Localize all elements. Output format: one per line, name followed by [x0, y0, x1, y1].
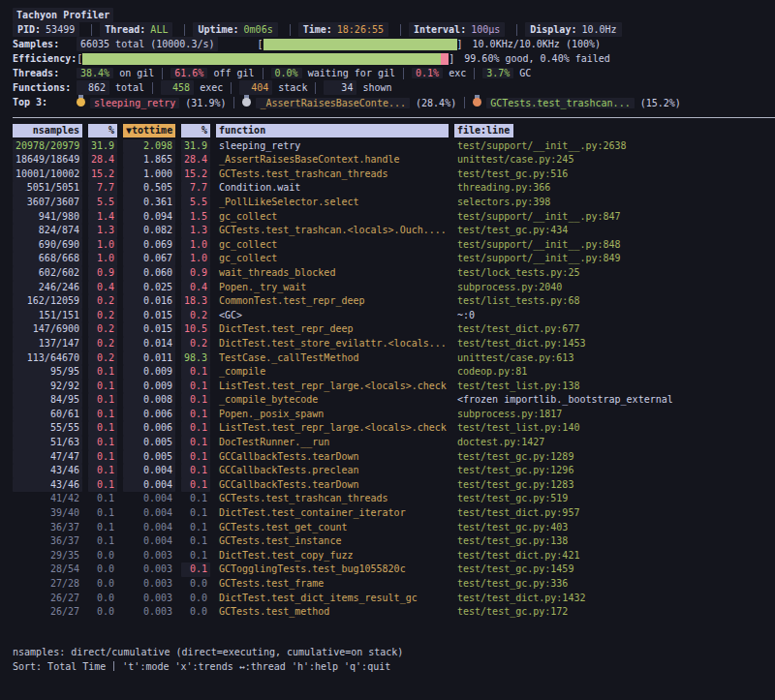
- fileline-cell: test/test_list.py:138: [454, 380, 775, 394]
- tottime-cell: 0.003: [123, 563, 175, 577]
- nsamples-cell: 51/63: [13, 436, 82, 450]
- column-header-tottime-sorted[interactable]: ▼tottime: [123, 124, 175, 137]
- nsamples-cell: 246/246: [13, 281, 82, 295]
- cumulative-pct-cell: 0.0: [181, 577, 210, 592]
- table-row: 113/64670 0.2 0.011 98.3 TestCase._callT…: [13, 351, 775, 366]
- direct-pct-cell: 0.4: [88, 281, 117, 295]
- fileline-cell: test/support/__init__.py:2638: [454, 139, 775, 154]
- table-row: 84/95 0.1 0.008 0.1 _compile_bytecode <f…: [13, 393, 775, 408]
- table-row: 151/151 0.2 0.015 0.2 <GC> ~:0: [13, 309, 775, 323]
- cumulative-pct-cell: 18.3: [181, 294, 210, 309]
- table-row: 36/37 0.1 0.004 0.1 GCTests.test_instanc…: [13, 534, 775, 549]
- direct-pct-cell: 7.7: [88, 181, 117, 196]
- tottime-cell: 0.004: [123, 478, 175, 493]
- nsamples-cell: 162/12059: [13, 294, 82, 309]
- tottime-cell: 0.015: [123, 322, 175, 337]
- direct-pct-cell: 0.2: [88, 294, 117, 309]
- fileline-cell: unittest/case.py:613: [454, 351, 775, 366]
- fileline-cell: test/test_gc.py:519: [454, 492, 775, 506]
- keyboard-shortcut[interactable]: 'h':help: [292, 659, 338, 674]
- direct-pct-cell: 0.1: [88, 534, 117, 549]
- fileline-cell: ~:0: [454, 309, 775, 323]
- fileline-cell: test/support/__init__.py:849: [454, 252, 775, 266]
- direct-pct-cell: 1.0: [88, 252, 117, 266]
- nsamples-cell: 137/147: [13, 337, 82, 351]
- table-row: 246/246 0.4 0.025 0.4 Popen._try_wait su…: [13, 281, 775, 295]
- nsamples-cell: 43/46: [13, 464, 82, 478]
- function-cell: GCTests.test_get_count: [216, 521, 449, 535]
- function-cell: Popen._try_wait: [216, 281, 449, 295]
- column-header-fileline[interactable]: file:line: [454, 124, 513, 137]
- nsamples-cell: 60/61: [13, 408, 82, 422]
- nsamples-cell: 47/47: [13, 450, 82, 465]
- cumulative-pct-cell: 1.0: [181, 252, 210, 266]
- direct-pct-cell: 0.0: [88, 592, 117, 606]
- table-row: 41/42 0.1 0.004 0.1 GCTests.test_trashca…: [13, 492, 775, 506]
- function-cell: CommonTest.test_repr_deep: [216, 294, 449, 309]
- function-cell: ListTest.test_repr_large.<locals>.check: [216, 380, 449, 394]
- direct-pct-cell: 0.1: [88, 380, 117, 394]
- nsamples-cell: 92/92: [13, 380, 82, 394]
- function-cell: GCCallbackTests.tearDown: [216, 478, 449, 493]
- function-cell: GCTogglingTests.test_bug1055820c: [216, 563, 449, 577]
- nsamples-cell: 26/27: [13, 592, 82, 606]
- efficiency-good-fill: [82, 53, 441, 65]
- fileline-cell: test/test_dict.py:1453: [454, 337, 775, 351]
- function-cell: wait_threads_blocked: [216, 266, 449, 281]
- cumulative-pct-cell: 0.1: [181, 506, 210, 521]
- table-row: 51/63 0.1 0.005 0.1 DocTestRunner.__run …: [13, 436, 775, 450]
- column-header-direct-pct[interactable]: %: [88, 124, 117, 137]
- keyboard-shortcut[interactable]: 'q':quit: [344, 659, 390, 674]
- cumulative-pct-cell: 0.1: [181, 421, 210, 436]
- function-stat: 862 total: [77, 80, 144, 95]
- column-header-cumulative-pct[interactable]: %: [181, 124, 210, 137]
- fileline-cell: test/test_gc.py:1283: [454, 478, 775, 493]
- footer-keybar: Sort: Total Time 't':mode 'x':trends ↔:t…: [13, 659, 775, 674]
- fileline-cell: selectors.py:398: [454, 196, 775, 210]
- direct-pct-cell: 0.2: [88, 351, 117, 366]
- tottime-cell: 0.069: [123, 238, 175, 253]
- tottime-cell: 0.005: [123, 436, 175, 450]
- nsamples-cell: 27/28: [13, 577, 82, 592]
- nsamples-cell: 18649/18649: [13, 153, 82, 167]
- column-header-nsamples[interactable]: nsamples: [13, 124, 82, 137]
- direct-pct-cell: 0.1: [88, 521, 117, 535]
- nsamples-cell: 43/46: [13, 478, 82, 493]
- nsamples-cell: 690/690: [13, 238, 82, 253]
- time-field: Time:18:26:55: [298, 22, 388, 37]
- direct-pct-cell: 0.1: [88, 464, 117, 478]
- tottime-cell: 0.361: [123, 196, 175, 210]
- table-row: 602/602 0.9 0.060 0.9 wait_threads_block…: [13, 266, 775, 281]
- nsamples-cell: 36/37: [13, 521, 82, 535]
- nsamples-cell: 824/874: [13, 224, 82, 238]
- divider: [516, 24, 517, 36]
- function-cell: _PollLikeSelector.select: [216, 196, 449, 210]
- table-row: 162/12059 0.2 0.016 18.3 CommonTest.test…: [13, 294, 775, 309]
- tottime-cell: 0.060: [123, 266, 175, 281]
- direct-pct-cell: 0.2: [88, 337, 117, 351]
- interval-field: Interval:100μs: [409, 22, 505, 37]
- cumulative-pct-cell: 0.2: [181, 309, 210, 323]
- function-cell: Condition.wait: [216, 181, 449, 196]
- threads-line: Threads: 38.4% on gil 61.6% off gil 0.0%…: [13, 66, 775, 80]
- divider: [290, 24, 291, 36]
- keyboard-shortcut[interactable]: 'x':trends: [175, 659, 233, 674]
- direct-pct-cell: 0.1: [88, 450, 117, 465]
- table-row: 39/40 0.1 0.004 0.1 DictTest.test_contai…: [13, 506, 775, 521]
- column-header-function[interactable]: function: [216, 124, 449, 137]
- nsamples-cell: 147/6900: [13, 322, 82, 337]
- app-title: Tachyon Profiler: [13, 8, 113, 22]
- nsamples-cell: 55/55: [13, 421, 82, 436]
- tottime-cell: 0.003: [123, 549, 175, 563]
- tottime-cell: 0.011: [123, 351, 175, 366]
- keyboard-shortcut[interactable]: 't':mode: [122, 659, 169, 674]
- tottime-cell: 0.003: [123, 577, 175, 592]
- top3-item: _AssertRaisesBaseConte... (28.4%): [242, 95, 456, 110]
- nsamples-cell: 28/54: [13, 563, 82, 577]
- cumulative-pct-cell: 0.2: [181, 337, 210, 351]
- fileline-cell: codeop.py:81: [454, 365, 775, 380]
- function-cell: GCTests.test_instance: [216, 534, 449, 549]
- keyboard-shortcut[interactable]: ↔:thread: [239, 659, 286, 674]
- cumulative-pct-cell: 0.1: [181, 450, 210, 465]
- cumulative-pct-cell: 0.9: [181, 266, 210, 281]
